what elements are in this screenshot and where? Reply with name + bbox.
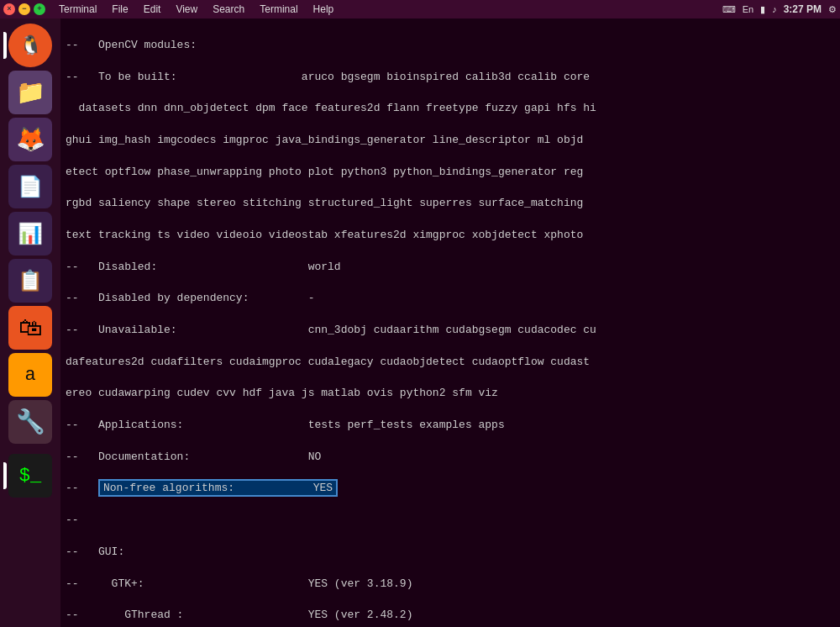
terminal-line: dafeatures2d cudafilters cudaimgproc cud… — [66, 355, 835, 371]
impress-icon: 📋 — [18, 269, 43, 293]
terminal-output: -- OpenCV modules: -- To be built: aruco… — [60, 18, 840, 627]
terminal-icon: $_ — [19, 466, 41, 487]
browser-icon: 🦊 — [16, 125, 45, 154]
window-controls: × − + — [3, 3, 45, 15]
terminal-line: -- Applications: tests perf_tests exampl… — [66, 418, 835, 434]
amazon-icon: a — [24, 365, 35, 386]
terminal-line: -- OpenCV modules: — [66, 38, 835, 54]
menu-file[interactable]: File — [105, 2, 134, 17]
terminal-line: -- Disabled by dependency: - — [66, 291, 835, 307]
sidebar-item-system-tools[interactable]: 🔧 — [8, 400, 52, 444]
terminal-line: -- GUI: — [66, 545, 835, 561]
files-icon: 📁 — [16, 78, 45, 107]
terminal-line: -- Unavailable: cnn_3dobj cudaarithm cud… — [66, 323, 835, 339]
system-tools-icon: 🔧 — [16, 408, 45, 436]
settings-icon[interactable]: ⚙ — [828, 4, 837, 15]
terminal-line: -- GTK+: YES (ver 3.18.9) — [66, 577, 835, 593]
menu-items: Terminal File Edit View Search Terminal … — [52, 2, 722, 17]
keyboard-icon: ⌨ — [722, 4, 736, 15]
sidebar-item-impress[interactable]: 📋 — [8, 259, 52, 303]
system-tray: ⌨ En ▮ ♪ 3:27 PM ⚙ — [722, 3, 837, 15]
terminal-line: ereo cudawarping cudev cvv hdf java js m… — [66, 386, 835, 402]
clock: 3:27 PM — [784, 3, 822, 15]
sidebar-item-amazon[interactable]: a — [8, 353, 52, 397]
terminal-line: rgbd saliency shape stereo stitching str… — [66, 196, 835, 212]
sidebar-item-writer[interactable]: 📄 — [8, 165, 52, 208]
appstore-icon: 🛍 — [18, 314, 42, 342]
terminal-line-highlighted: -- Non-free algorithms: YES — [66, 481, 835, 497]
terminal-line: -- GThread : YES (ver 2.48.2) — [66, 608, 835, 624]
terminal-window[interactable]: -- OpenCV modules: -- To be built: aruco… — [60, 18, 840, 627]
terminal-line: -- Documentation: NO — [66, 450, 835, 466]
battery-icon: ▮ — [760, 4, 765, 15]
highlight-nonfree: Non-free algorithms: YES — [98, 479, 338, 497]
sidebar-item-calc[interactable]: 📊 — [8, 212, 52, 256]
lang-indicator: En — [743, 4, 753, 14]
ubuntu-icon: 🐧 — [19, 34, 42, 57]
minimize-button[interactable]: − — [18, 3, 30, 15]
menu-help[interactable]: Help — [307, 2, 341, 17]
menu-edit[interactable]: Edit — [137, 2, 168, 17]
terminal-line: ghui img_hash imgcodecs imgproc java_bin… — [66, 133, 835, 149]
sidebar-item-appstore[interactable]: 🛍 — [8, 306, 52, 350]
calc-icon: 📊 — [18, 222, 43, 246]
sidebar: 🐧 📁 🦊 📄 📊 📋 🛍 a 🔧 $_ — [0, 18, 60, 627]
sidebar-item-firefox[interactable]: 🦊 — [8, 118, 52, 161]
menubar: × − + Terminal File Edit View Search Ter… — [0, 0, 840, 18]
writer-icon: 📄 — [18, 175, 43, 199]
menu-search[interactable]: Search — [206, 2, 251, 17]
terminal-line: -- Disabled: world — [66, 260, 835, 276]
sidebar-item-files[interactable]: 📁 — [8, 71, 52, 114]
sidebar-item-ubuntu[interactable]: 🐧 — [8, 24, 52, 67]
sidebar-item-terminal[interactable]: $_ — [8, 454, 52, 498]
terminal-line: -- To be built: aruco bgsegm bioinspired… — [66, 70, 835, 86]
terminal-line: -- — [66, 513, 835, 529]
terminal-line: datasets dnn dnn_objdetect dpm face feat… — [66, 101, 835, 117]
volume-icon: ♪ — [772, 4, 777, 14]
menu-terminal[interactable]: Terminal — [52, 2, 103, 17]
close-button[interactable]: × — [3, 3, 15, 15]
terminal-line: etect optflow phase_unwrapping photo plo… — [66, 165, 835, 181]
maximize-button[interactable]: + — [34, 3, 45, 15]
menu-view[interactable]: View — [169, 2, 204, 17]
menu-terminal2[interactable]: Terminal — [253, 2, 304, 17]
terminal-line: text tracking ts video videoio videostab… — [66, 228, 835, 244]
